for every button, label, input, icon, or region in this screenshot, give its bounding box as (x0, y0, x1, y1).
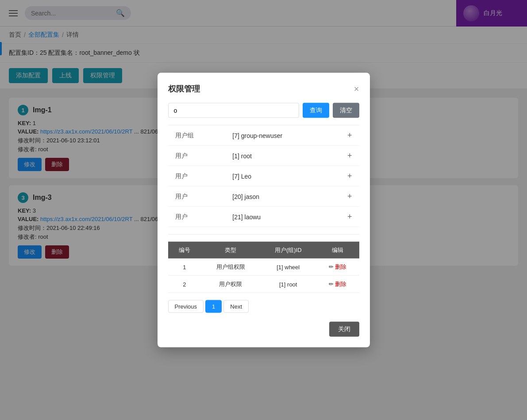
result-type-3: 用户 (175, 192, 233, 200)
modal-close-button[interactable]: × (354, 84, 359, 94)
search-row: 查询 清空 (168, 103, 359, 118)
result-type-1: 用户 (175, 152, 233, 160)
col-header-type: 类型 (201, 242, 260, 259)
result-row-2: 用户 [7] Leo + (168, 166, 359, 187)
table-row-2: 2 用户权限 [1] root ✏ 删除 (168, 275, 359, 293)
add-result-0[interactable]: + (347, 131, 352, 140)
row1-action: ✏ 删除 (316, 259, 359, 276)
result-value-1: [1] root (232, 152, 347, 159)
perm-table: 编号 类型 用户(组)ID 编辑 1 用户组权限 [1] wheel ✏ 删除 … (168, 242, 359, 293)
row2-delete-button[interactable]: 删除 (335, 280, 346, 288)
row2-action: ✏ 删除 (316, 275, 359, 293)
result-row-3: 用户 [20] jason + (168, 187, 359, 207)
row1-id: 1 (168, 259, 201, 276)
modal-footer: 关闭 (168, 322, 359, 337)
row2-userid: [1] root (260, 275, 316, 293)
row2-id: 2 (168, 275, 201, 293)
result-row-4: 用户 [21] laowu + (168, 207, 359, 227)
add-result-3[interactable]: + (347, 192, 352, 201)
modal-title: 权限管理 (168, 84, 200, 94)
perm-search-input[interactable] (168, 103, 299, 118)
row2-type: 用户权限 (201, 275, 260, 293)
row1-delete-button[interactable]: 删除 (335, 263, 346, 271)
row2-edit-icon: ✏ (329, 281, 334, 287)
prev-button[interactable]: Previous (168, 300, 204, 313)
result-type-4: 用户 (175, 213, 233, 221)
col-header-id: 编号 (168, 242, 201, 259)
result-type-0: 用户组 (175, 131, 233, 139)
result-value-0: [7] group-newuser (232, 132, 347, 139)
row1-userid: [1] wheel (260, 259, 316, 276)
clear-button[interactable]: 清空 (333, 103, 359, 118)
col-header-userid: 用户(组)ID (260, 242, 316, 259)
add-result-1[interactable]: + (347, 151, 352, 160)
modal-header: 权限管理 × (168, 84, 359, 94)
table-row-1: 1 用户组权限 [1] wheel ✏ 删除 (168, 259, 359, 276)
add-result-2[interactable]: + (347, 172, 352, 181)
add-result-4[interactable]: + (347, 212, 352, 221)
close-modal-button[interactable]: 关闭 (329, 322, 359, 337)
result-type-2: 用户 (175, 172, 233, 180)
result-value-2: [7] Leo (232, 172, 347, 179)
query-button[interactable]: 查询 (303, 103, 329, 118)
row1-edit-icon: ✏ (329, 263, 334, 270)
result-row-0: 用户组 [7] group-newuser + (168, 126, 359, 146)
divider (168, 234, 359, 235)
result-value-4: [21] laowu (232, 213, 347, 220)
result-value-3: [20] jason (232, 193, 347, 200)
result-row-1: 用户 [1] root + (168, 146, 359, 166)
perm-modal: 权限管理 × 查询 清空 用户组 [7] group-newuser + 用户 … (158, 73, 370, 347)
col-header-edit: 编辑 (316, 242, 359, 259)
next-button[interactable]: Next (223, 300, 249, 313)
row1-type: 用户组权限 (201, 259, 260, 276)
page-1-button[interactable]: 1 (205, 300, 222, 313)
search-results: 用户组 [7] group-newuser + 用户 [1] root + 用户… (168, 125, 359, 227)
pagination: Previous 1 Next (168, 300, 359, 313)
